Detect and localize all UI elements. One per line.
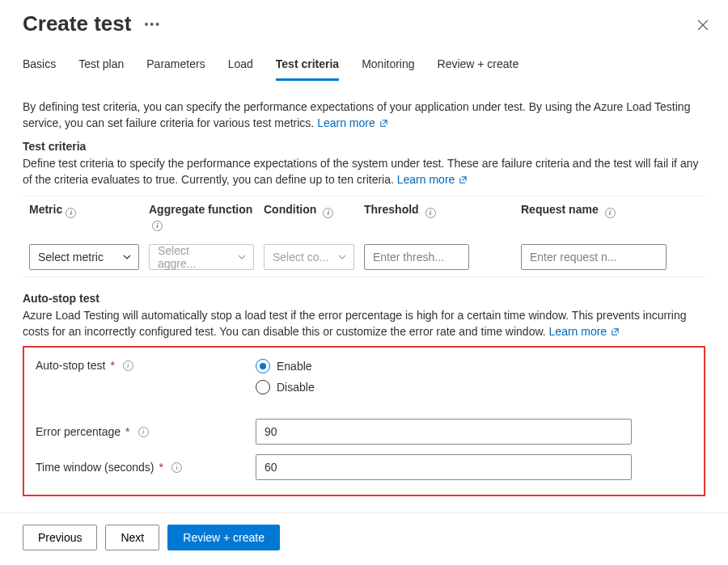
chevron-down-icon (237, 252, 247, 262)
aggregate-select[interactable]: Select aggre... (149, 244, 254, 270)
footer: Previous Next Review + create (0, 512, 728, 565)
radio-icon (256, 359, 270, 373)
tab-load[interactable]: Load (228, 57, 253, 80)
auto-stop-settings-highlight: Auto-stop test * i Enable Disable Error … (23, 346, 705, 496)
info-icon[interactable]: i (152, 221, 163, 231)
criteria-row: Select metric Select aggre... Select co.… (23, 238, 705, 276)
col-condition: Condition i (264, 203, 354, 231)
col-request-name: Request name i (521, 203, 667, 231)
page-title: Create test (23, 11, 131, 36)
criteria-table: Metrici Aggregate function i Condition i… (23, 196, 705, 277)
auto-stop-disable-radio[interactable]: Disable (256, 380, 632, 394)
review-create-button[interactable]: Review + create (167, 525, 280, 550)
more-options-icon[interactable]: ••• (144, 18, 161, 31)
required-marker: * (125, 425, 129, 438)
tab-test-plan[interactable]: Test plan (78, 57, 124, 80)
external-link-icon (459, 175, 468, 184)
info-icon[interactable]: i (425, 208, 436, 218)
external-link-icon (611, 327, 620, 336)
close-button[interactable] (696, 18, 710, 32)
intro-learn-more-link[interactable]: Learn more (317, 116, 387, 129)
info-icon[interactable]: i (171, 462, 182, 473)
tab-monitoring[interactable]: Monitoring (362, 57, 414, 80)
external-link-icon (379, 119, 388, 128)
info-icon[interactable]: i (123, 361, 133, 371)
autostop-learn-more-link[interactable]: Learn more (549, 325, 620, 338)
error-percentage-input[interactable] (256, 419, 632, 445)
time-window-label: Time window (seconds) (36, 461, 154, 474)
col-metric: Metrici (29, 203, 139, 231)
auto-stop-heading: Auto-stop test (23, 292, 705, 305)
tab-basics[interactable]: Basics (23, 57, 56, 80)
info-icon[interactable]: i (605, 208, 616, 218)
chevron-down-icon (122, 252, 132, 262)
test-criteria-heading: Test criteria (23, 140, 705, 153)
previous-button[interactable]: Previous (23, 525, 97, 550)
tab-bar: Basics Test plan Parameters Load Test cr… (0, 41, 728, 81)
metric-select[interactable]: Select metric (29, 244, 139, 270)
info-icon[interactable]: i (138, 427, 149, 437)
time-window-input[interactable] (256, 454, 632, 480)
request-name-input[interactable]: Enter request n... (521, 244, 667, 270)
tab-review-create[interactable]: Review + create (438, 57, 519, 80)
tab-parameters[interactable]: Parameters (146, 57, 205, 80)
auto-stop-label: Auto-stop test (36, 359, 105, 372)
col-aggregate: Aggregate function i (149, 203, 254, 231)
info-icon[interactable]: i (66, 208, 76, 218)
chevron-down-icon (337, 252, 347, 262)
auto-stop-desc: Azure Load Testing will automatically st… (23, 307, 705, 340)
auto-stop-enable-radio[interactable]: Enable (256, 359, 632, 373)
threshold-input[interactable]: Enter thresh... (364, 244, 469, 270)
close-icon (697, 19, 709, 31)
required-marker: * (159, 461, 163, 474)
tab-test-criteria[interactable]: Test criteria (276, 57, 339, 81)
condition-select[interactable]: Select co... (264, 244, 354, 270)
intro-text: By defining test criteria, you can speci… (23, 99, 705, 132)
radio-icon (256, 380, 270, 394)
col-threshold: Threshold i (364, 203, 469, 231)
error-percentage-label: Error percentage (36, 425, 121, 438)
info-icon[interactable]: i (323, 208, 333, 218)
required-marker: * (110, 359, 114, 372)
test-criteria-desc: Define test criteria to specify the perf… (23, 155, 705, 188)
criteria-learn-more-link[interactable]: Learn more (397, 173, 468, 186)
next-button[interactable]: Next (105, 525, 159, 550)
